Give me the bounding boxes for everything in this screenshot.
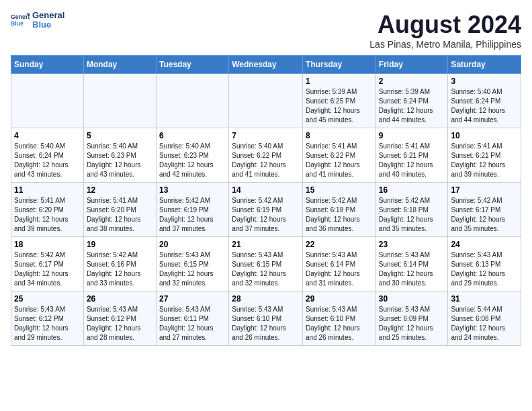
day-header-saturday: Saturday <box>448 56 521 74</box>
day-number: 25 <box>14 294 81 304</box>
day-info: Sunrise: 5:43 AM Sunset: 6:12 PM Dayligh… <box>87 305 153 342</box>
day-info: Sunrise: 5:42 AM Sunset: 6:19 PM Dayligh… <box>232 196 300 234</box>
day-number: 29 <box>306 294 373 304</box>
calendar-cell: 2Sunrise: 5:39 AM Sunset: 6:24 PM Daylig… <box>375 74 448 128</box>
day-number: 7 <box>232 131 300 140</box>
calendar-cell: 26Sunrise: 5:43 AM Sunset: 6:12 PM Dayli… <box>83 291 156 346</box>
calendar-cell: 27Sunrise: 5:43 AM Sunset: 6:11 PM Dayli… <box>156 291 228 346</box>
calendar-cell: 29Sunrise: 5:43 AM Sunset: 6:10 PM Dayli… <box>303 291 376 346</box>
calendar-cell <box>11 74 84 128</box>
calendar-cell: 23Sunrise: 5:43 AM Sunset: 6:14 PM Dayli… <box>375 237 448 291</box>
day-info: Sunrise: 5:43 AM Sunset: 6:15 PM Dayligh… <box>232 250 300 288</box>
day-number: 28 <box>232 294 300 304</box>
calendar-cell: 17Sunrise: 5:42 AM Sunset: 6:17 PM Dayli… <box>448 183 521 237</box>
day-info: Sunrise: 5:40 AM Sunset: 6:23 PM Dayligh… <box>159 142 226 179</box>
calendar-table: SundayMondayTuesdayWednesdayThursdayFrid… <box>11 55 521 346</box>
day-info: Sunrise: 5:41 AM Sunset: 6:20 PM Dayligh… <box>87 196 153 234</box>
calendar-cell: 6Sunrise: 5:40 AM Sunset: 6:23 PM Daylig… <box>156 128 228 183</box>
calendar-cell: 15Sunrise: 5:42 AM Sunset: 6:18 PM Dayli… <box>303 183 376 237</box>
calendar-cell <box>229 74 303 128</box>
calendar-cell: 16Sunrise: 5:42 AM Sunset: 6:18 PM Dayli… <box>375 183 448 237</box>
day-number: 11 <box>14 185 81 195</box>
day-number: 21 <box>232 240 300 249</box>
calendar-cell <box>83 74 156 128</box>
day-info: Sunrise: 5:41 AM Sunset: 6:21 PM Dayligh… <box>379 142 445 179</box>
calendar-header: SundayMondayTuesdayWednesdayThursdayFrid… <box>11 56 521 74</box>
day-number: 20 <box>159 240 226 249</box>
day-number: 19 <box>87 240 153 249</box>
page-header: General Blue General Blue August 2024 La… <box>11 11 521 50</box>
day-info: Sunrise: 5:42 AM Sunset: 6:18 PM Dayligh… <box>379 196 445 234</box>
day-number: 16 <box>379 185 445 195</box>
calendar-cell: 30Sunrise: 5:43 AM Sunset: 6:09 PM Dayli… <box>375 291 448 346</box>
day-number: 23 <box>379 240 445 249</box>
calendar-cell: 21Sunrise: 5:43 AM Sunset: 6:15 PM Dayli… <box>229 237 303 291</box>
logo: General Blue General Blue <box>11 11 64 30</box>
day-info: Sunrise: 5:43 AM Sunset: 6:14 PM Dayligh… <box>379 250 445 288</box>
day-number: 15 <box>306 185 373 195</box>
day-header-monday: Monday <box>83 56 156 74</box>
calendar-cell: 12Sunrise: 5:41 AM Sunset: 6:20 PM Dayli… <box>83 183 156 237</box>
day-header-tuesday: Tuesday <box>156 56 228 74</box>
day-header-friday: Friday <box>375 56 448 74</box>
calendar-cell: 5Sunrise: 5:40 AM Sunset: 6:23 PM Daylig… <box>83 128 156 183</box>
day-header-wednesday: Wednesday <box>229 56 303 74</box>
main-title: August 2024 <box>369 11 521 39</box>
day-number: 30 <box>379 294 445 304</box>
day-info: Sunrise: 5:40 AM Sunset: 6:24 PM Dayligh… <box>451 87 518 125</box>
day-header-thursday: Thursday <box>303 56 376 74</box>
calendar-cell: 14Sunrise: 5:42 AM Sunset: 6:19 PM Dayli… <box>229 183 303 237</box>
calendar-cell: 18Sunrise: 5:42 AM Sunset: 6:17 PM Dayli… <box>11 237 84 291</box>
svg-text:Blue: Blue <box>11 20 24 27</box>
calendar-cell: 4Sunrise: 5:40 AM Sunset: 6:24 PM Daylig… <box>11 128 84 183</box>
day-number: 5 <box>87 131 153 140</box>
calendar-cell: 24Sunrise: 5:43 AM Sunset: 6:13 PM Dayli… <box>448 237 521 291</box>
day-info: Sunrise: 5:42 AM Sunset: 6:19 PM Dayligh… <box>159 196 226 234</box>
title-block: August 2024 Las Pinas, Metro Manila, Phi… <box>369 11 521 50</box>
day-info: Sunrise: 5:43 AM Sunset: 6:10 PM Dayligh… <box>232 305 300 342</box>
day-number: 8 <box>306 131 373 140</box>
calendar-cell: 8Sunrise: 5:41 AM Sunset: 6:22 PM Daylig… <box>303 128 376 183</box>
day-info: Sunrise: 5:42 AM Sunset: 6:17 PM Dayligh… <box>451 196 518 234</box>
logo-icon: General Blue <box>11 11 30 30</box>
calendar-week-5: 25Sunrise: 5:43 AM Sunset: 6:12 PM Dayli… <box>11 291 521 346</box>
subtitle: Las Pinas, Metro Manila, Philippines <box>369 39 521 50</box>
day-info: Sunrise: 5:42 AM Sunset: 6:18 PM Dayligh… <box>306 196 373 234</box>
calendar-cell: 22Sunrise: 5:43 AM Sunset: 6:14 PM Dayli… <box>303 237 376 291</box>
day-header-sunday: Sunday <box>11 56 84 74</box>
calendar-cell: 3Sunrise: 5:40 AM Sunset: 6:24 PM Daylig… <box>448 74 521 128</box>
calendar-week-4: 18Sunrise: 5:42 AM Sunset: 6:17 PM Dayli… <box>11 237 521 291</box>
day-info: Sunrise: 5:43 AM Sunset: 6:15 PM Dayligh… <box>159 250 226 288</box>
calendar-week-1: 1Sunrise: 5:39 AM Sunset: 6:25 PM Daylig… <box>11 74 521 128</box>
calendar-cell <box>156 74 228 128</box>
day-info: Sunrise: 5:39 AM Sunset: 6:25 PM Dayligh… <box>306 87 373 125</box>
day-info: Sunrise: 5:43 AM Sunset: 6:14 PM Dayligh… <box>306 250 373 288</box>
logo-text-general: General <box>32 11 64 20</box>
day-info: Sunrise: 5:40 AM Sunset: 6:23 PM Dayligh… <box>87 142 153 179</box>
calendar-cell: 19Sunrise: 5:42 AM Sunset: 6:16 PM Dayli… <box>83 237 156 291</box>
day-number: 3 <box>451 77 518 86</box>
day-info: Sunrise: 5:43 AM Sunset: 6:10 PM Dayligh… <box>306 305 373 342</box>
day-info: Sunrise: 5:43 AM Sunset: 6:09 PM Dayligh… <box>379 305 445 342</box>
day-info: Sunrise: 5:41 AM Sunset: 6:21 PM Dayligh… <box>451 142 518 179</box>
calendar-cell: 28Sunrise: 5:43 AM Sunset: 6:10 PM Dayli… <box>229 291 303 346</box>
day-info: Sunrise: 5:42 AM Sunset: 6:17 PM Dayligh… <box>14 250 81 288</box>
day-number: 1 <box>306 77 373 86</box>
calendar-body: 1Sunrise: 5:39 AM Sunset: 6:25 PM Daylig… <box>11 74 521 346</box>
day-number: 2 <box>379 77 445 86</box>
calendar-cell: 10Sunrise: 5:41 AM Sunset: 6:21 PM Dayli… <box>448 128 521 183</box>
day-number: 26 <box>87 294 153 304</box>
day-number: 12 <box>87 185 153 195</box>
day-number: 14 <box>232 185 300 195</box>
calendar-cell: 7Sunrise: 5:40 AM Sunset: 6:22 PM Daylig… <box>229 128 303 183</box>
day-info: Sunrise: 5:43 AM Sunset: 6:13 PM Dayligh… <box>451 250 518 288</box>
calendar-week-2: 4Sunrise: 5:40 AM Sunset: 6:24 PM Daylig… <box>11 128 521 183</box>
logo-text-blue: Blue <box>32 20 64 30</box>
calendar-cell: 31Sunrise: 5:44 AM Sunset: 6:08 PM Dayli… <box>448 291 521 346</box>
day-number: 17 <box>451 185 518 195</box>
calendar-cell: 13Sunrise: 5:42 AM Sunset: 6:19 PM Dayli… <box>156 183 228 237</box>
day-info: Sunrise: 5:40 AM Sunset: 6:22 PM Dayligh… <box>232 142 300 179</box>
day-number: 10 <box>451 131 518 140</box>
day-info: Sunrise: 5:41 AM Sunset: 6:20 PM Dayligh… <box>14 196 81 234</box>
day-info: Sunrise: 5:40 AM Sunset: 6:24 PM Dayligh… <box>14 142 81 179</box>
